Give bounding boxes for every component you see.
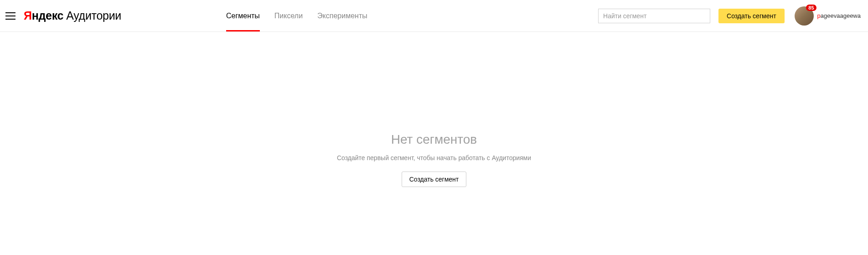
logo-product: Аудитории xyxy=(66,9,121,22)
tab-experiments[interactable]: Эксперименты xyxy=(317,0,367,31)
tab-segments[interactable]: Сегменты xyxy=(226,0,260,31)
create-segment-button[interactable]: Создать сегмент xyxy=(718,9,785,23)
search-input[interactable] xyxy=(598,9,710,23)
tab-pixels[interactable]: Пиксели xyxy=(274,0,303,31)
logo-ndex: ндекс xyxy=(32,9,63,22)
main-content: Нет сегментов Создайте первый сегмент, ч… xyxy=(0,32,868,187)
avatar: 85 xyxy=(795,6,814,26)
logo-ya: Я xyxy=(24,9,32,22)
tabs: Сегменты Пиксели Эксперименты xyxy=(226,0,382,31)
tab-label: Пиксели xyxy=(274,12,303,20)
empty-state-title: Нет сегментов xyxy=(0,132,868,147)
logo[interactable]: Яндекс Аудитории xyxy=(24,9,121,22)
menu-icon[interactable] xyxy=(5,12,16,20)
tab-label: Эксперименты xyxy=(317,12,367,20)
tab-label: Сегменты xyxy=(226,12,260,20)
empty-create-segment-button[interactable]: Создать сегмент xyxy=(402,172,467,187)
user-block[interactable]: 85 pageevaageewa xyxy=(795,6,861,26)
empty-state-subtitle: Создайте первый сегмент, чтобы начать ра… xyxy=(0,154,868,161)
notification-badge: 85 xyxy=(806,5,816,11)
username-rest: ageevaageewa xyxy=(821,12,861,19)
username-first: p xyxy=(817,12,821,19)
username: pageevaageewa xyxy=(817,12,861,19)
header: Яндекс Аудитории Сегменты Пиксели Экспер… xyxy=(0,0,868,32)
